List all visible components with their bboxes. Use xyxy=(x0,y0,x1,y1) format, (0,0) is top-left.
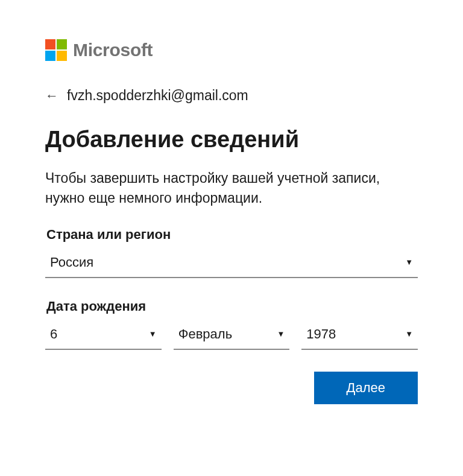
next-button[interactable]: Далее xyxy=(314,372,418,404)
page-title: Добавление сведений xyxy=(45,127,418,153)
country-label: Страна или регион xyxy=(45,227,418,243)
birth-year-select[interactable]: 1978 xyxy=(301,320,418,350)
account-email: fvzh.spodderzhki@gmail.com xyxy=(67,87,248,104)
birthdate-label: Дата рождения xyxy=(45,299,418,314)
brand-wordmark: Microsoft xyxy=(73,40,153,60)
birth-month-select[interactable]: Февраль xyxy=(174,320,290,350)
country-select[interactable]: Россия xyxy=(45,249,418,278)
microsoft-logo-icon xyxy=(45,39,67,61)
back-button[interactable]: ← fvzh.spodderzhki@gmail.com xyxy=(45,87,418,104)
birth-day-select[interactable]: 6 xyxy=(45,320,162,350)
brand-header: Microsoft xyxy=(45,39,418,61)
arrow-left-icon: ← xyxy=(45,89,58,103)
page-subtext: Чтобы завершить настройку вашей учетной … xyxy=(45,168,418,209)
